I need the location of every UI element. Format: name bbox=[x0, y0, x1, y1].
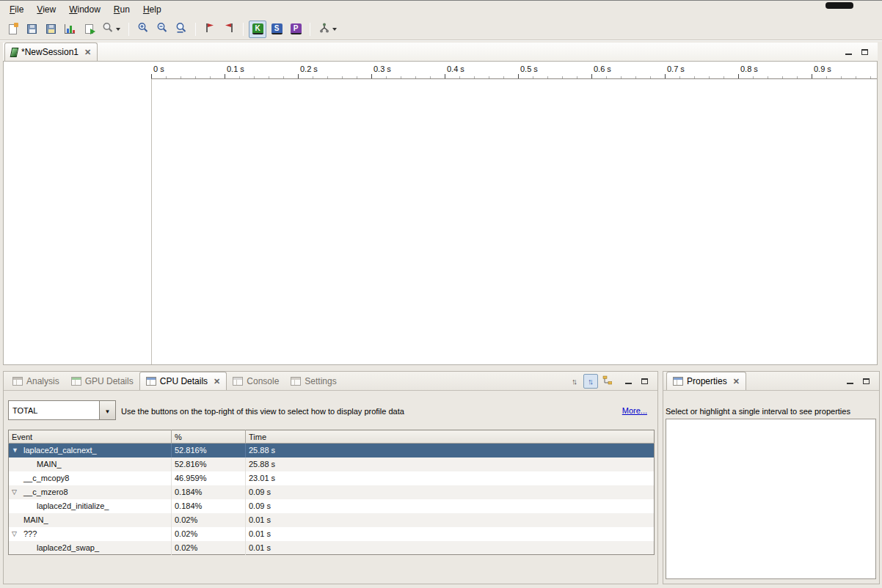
tab-properties[interactable]: Properties bbox=[666, 372, 746, 390]
console-tab-icon bbox=[233, 377, 243, 386]
maximize-button[interactable] bbox=[637, 374, 652, 389]
editor-body: 0 s0.1 s0.2 s0.3 s0.4 s0.5 s0.6 s0.7 s0.… bbox=[3, 61, 878, 365]
stream-toggle-button[interactable]: S bbox=[268, 21, 285, 38]
zoom-fit-button[interactable] bbox=[172, 21, 190, 38]
bottom-up-profile-icon bbox=[602, 375, 612, 387]
maximize-icon bbox=[641, 378, 648, 384]
tab-cpu-details[interactable]: CPU Details bbox=[139, 372, 227, 390]
stream-icon: S bbox=[271, 23, 283, 34]
minimize-button[interactable] bbox=[842, 374, 857, 389]
process-toggle-button[interactable]: P bbox=[287, 21, 305, 38]
minimize-button[interactable] bbox=[621, 374, 635, 389]
next-marker-icon bbox=[204, 22, 216, 36]
menu-help[interactable]: Help bbox=[136, 2, 168, 17]
maximize-button[interactable] bbox=[857, 45, 872, 59]
close-icon[interactable] bbox=[733, 378, 740, 386]
tab-label: Console bbox=[247, 376, 279, 386]
ruler-label: 0.4 s bbox=[447, 65, 464, 73]
search-icon bbox=[102, 22, 114, 36]
tab-console[interactable]: Console bbox=[227, 372, 285, 390]
application-window: { "menu": { "items": [ {"label": "File"}… bbox=[0, 0, 882, 588]
next-marker-button[interactable] bbox=[201, 21, 219, 38]
save-button[interactable] bbox=[23, 21, 40, 38]
kernel-toggle-button[interactable]: K bbox=[249, 21, 266, 38]
table-row[interactable]: MAIN_0.02%0.01 s bbox=[9, 513, 655, 527]
table-row[interactable]: __c_mcopy846.959%23.01 s bbox=[9, 471, 655, 485]
previous-marker-button[interactable] bbox=[220, 21, 238, 38]
toolbar-separator bbox=[310, 23, 310, 36]
search-button[interactable] bbox=[99, 21, 123, 38]
event-cell: laplace2d_swap_ bbox=[9, 541, 172, 555]
minimize-icon bbox=[845, 50, 852, 55]
properties-box bbox=[666, 419, 876, 579]
close-icon[interactable] bbox=[84, 48, 91, 56]
process-icon: P bbox=[291, 23, 302, 34]
event-cell: MAIN_ bbox=[9, 513, 172, 527]
event-name: laplace2d_initialize_ bbox=[37, 501, 109, 510]
menu-file[interactable]: File bbox=[3, 2, 30, 17]
timeline-chart-pane[interactable] bbox=[152, 79, 877, 364]
tree-expander-icon[interactable]: ▼ bbox=[12, 446, 18, 454]
tab-label: CPU Details bbox=[160, 376, 208, 386]
minimize-button[interactable] bbox=[841, 45, 856, 59]
close-icon[interactable] bbox=[214, 378, 220, 386]
new-session-button[interactable] bbox=[4, 21, 21, 38]
ruler-tick bbox=[591, 74, 592, 78]
export-button[interactable] bbox=[80, 21, 98, 38]
menu-run[interactable]: Run bbox=[107, 2, 136, 17]
tab-gpu-details[interactable]: GPU Details bbox=[65, 372, 139, 390]
ruler-label: 0.2 s bbox=[300, 65, 318, 73]
column-header-event[interactable]: Event bbox=[9, 430, 172, 444]
timeline-ruler[interactable]: 0 s0.1 s0.2 s0.3 s0.4 s0.5 s0.6 s0.7 s0.… bbox=[151, 62, 877, 79]
top-down-profile-button[interactable] bbox=[583, 374, 598, 389]
chart-icon bbox=[65, 24, 75, 34]
tab-settings[interactable]: Settings bbox=[285, 372, 342, 390]
column-header-percent[interactable]: % bbox=[172, 430, 246, 444]
column-header-time[interactable]: Time bbox=[246, 430, 655, 444]
analysis-button[interactable] bbox=[316, 21, 340, 38]
properties-controls bbox=[842, 374, 873, 389]
properties-tab-icon bbox=[673, 377, 683, 386]
tab-new-session[interactable]: *NewSession1 bbox=[4, 43, 98, 61]
profile-display-combo[interactable]: TOTAL bbox=[8, 400, 116, 420]
table-row[interactable]: ▼laplace2d_calcnext_52.816%25.88 s bbox=[9, 444, 655, 457]
menu-view[interactable]: View bbox=[30, 2, 62, 17]
tab-label: Properties bbox=[687, 376, 727, 386]
ruler-tick bbox=[151, 74, 152, 78]
flat-profile-button[interactable] bbox=[567, 374, 582, 389]
event-name: MAIN_ bbox=[37, 460, 62, 468]
analysis-icon bbox=[318, 22, 330, 36]
menu-window[interactable]: Window bbox=[62, 2, 107, 17]
ruler-tick bbox=[371, 74, 372, 78]
gpu-details-tab-icon bbox=[71, 377, 81, 386]
ruler-label: 0.8 s bbox=[740, 65, 758, 73]
ruler-label: 0.1 s bbox=[227, 65, 244, 73]
instruction-text: Use the buttons on the top-right of this… bbox=[121, 407, 404, 416]
percent-cell: 0.02% bbox=[172, 527, 246, 541]
event-cell: __c_mcopy8 bbox=[9, 471, 172, 485]
table-row[interactable]: laplace2d_initialize_0.184%0.09 s bbox=[9, 499, 655, 513]
tree-expander-icon[interactable]: ▽ bbox=[12, 530, 17, 537]
editor-tab-label: *NewSession1 bbox=[21, 47, 79, 57]
time-cell: 0.01 s bbox=[246, 541, 655, 555]
save-as-button[interactable] bbox=[42, 21, 59, 38]
tab-label: Settings bbox=[305, 376, 336, 386]
combo-dropdown-button[interactable] bbox=[99, 401, 115, 419]
chart-button[interactable] bbox=[61, 21, 79, 38]
analysis-tab-icon bbox=[12, 377, 23, 386]
top-down-profile-icon bbox=[588, 378, 594, 386]
zoom-out-button[interactable] bbox=[153, 21, 171, 38]
more-link[interactable]: More... bbox=[622, 406, 647, 415]
table-row[interactable]: MAIN_52.816%25.88 s bbox=[9, 457, 655, 471]
table-row[interactable]: laplace2d_swap_0.02%0.01 s bbox=[9, 541, 655, 555]
table-row[interactable]: ▽__c_mzero80.184%0.09 s bbox=[9, 485, 655, 499]
timeline-row-labels-pane[interactable] bbox=[4, 62, 151, 364]
tab-analysis[interactable]: Analysis bbox=[7, 372, 65, 390]
zoom-in-button[interactable] bbox=[134, 21, 152, 38]
tree-expander-icon[interactable]: ▽ bbox=[12, 488, 17, 496]
properties-message: Select or highlight a single interval to… bbox=[666, 407, 850, 416]
bottom-up-profile-button[interactable] bbox=[599, 374, 614, 389]
table-row[interactable]: ▽???0.02%0.01 s bbox=[9, 527, 655, 541]
time-cell: 0.09 s bbox=[246, 485, 655, 499]
maximize-button[interactable] bbox=[859, 374, 873, 389]
